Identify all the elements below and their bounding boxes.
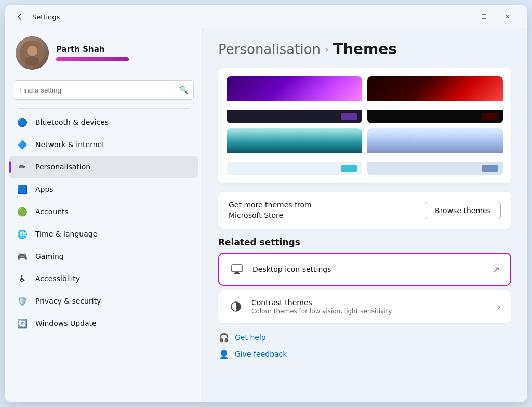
contrast-themes-text: Contrast themes Colour themes for low vi… [251, 298, 489, 315]
themes-grid [227, 76, 503, 175]
theme-dark-purple[interactable] [227, 76, 362, 123]
sidebar-item-label: Apps [35, 185, 54, 193]
sidebar-item-windows-update[interactable]: 🔄 Windows Update [9, 312, 198, 334]
sidebar-item-label: Privacy & security [35, 297, 101, 305]
get-help-link[interactable]: 🎧 Get help [218, 332, 511, 343]
theme-preview-bottom [367, 110, 503, 123]
sidebar-item-label: Bluetooth & devices [35, 118, 109, 126]
theme-taskbar-btn [341, 165, 357, 172]
nav-items: 🔵 Bluetooth & devices 🔷 Network & intern… [5, 106, 202, 334]
give-feedback-label: Give feedback [235, 350, 287, 358]
search-container: 🔍 [5, 80, 202, 106]
user-info: Parth Shah [56, 45, 129, 61]
search-box[interactable]: 🔍 [14, 80, 194, 100]
apps-icon: 🟦 [17, 183, 28, 195]
search-input[interactable] [19, 86, 175, 94]
ms-store-text: Get more themes from Microsoft Store [229, 200, 343, 220]
search-icon: 🔍 [179, 86, 188, 94]
sidebar-item-label: Personalisation [35, 163, 90, 171]
window-controls: — ☐ ✕ [448, 8, 520, 25]
contrast-themes-inner[interactable]: Contrast themes Colour themes for low vi… [218, 290, 511, 323]
desktop-icon-settings-text: Desktop icon settings [252, 265, 485, 273]
sidebar-item-label: Accessibility [35, 274, 80, 283]
back-button[interactable] [12, 9, 27, 24]
avatar-image [16, 36, 49, 70]
windows-update-icon: 🔄 [17, 318, 28, 329]
personalisation-icon: ✏️ [17, 161, 28, 173]
svg-point-1 [27, 46, 37, 56]
sidebar-item-accounts[interactable]: 🟢 Accounts [9, 201, 198, 222]
sidebar-item-label: Network & internet [35, 140, 105, 149]
content-area: Personalisation › Themes [203, 28, 527, 402]
accessibility-icon: ♿ [17, 273, 28, 284]
theme-preview-top [367, 128, 503, 153]
theme-preview-bottom [227, 110, 362, 123]
svg-rect-3 [232, 265, 242, 272]
theme-dark-red[interactable] [367, 76, 503, 123]
desktop-icon-settings-label: Desktop icon settings [252, 265, 485, 273]
themes-grid-container [218, 68, 511, 183]
bluetooth-icon: 🔵 [17, 116, 28, 128]
theme-preview-bottom [367, 162, 503, 175]
titlebar-left: Settings [12, 9, 448, 24]
sidebar: Parth Shah 🔍 🔵 Bluetooth & devices [5, 28, 203, 402]
maximize-button[interactable]: ☐ [472, 8, 496, 25]
window-title: Settings [32, 13, 60, 21]
sidebar-item-privacy[interactable]: 🛡️ Privacy & security [9, 290, 198, 312]
get-help-label: Get help [235, 333, 266, 342]
theme-preview-top [367, 76, 503, 101]
related-settings: Related settings Deskto [218, 237, 511, 323]
sidebar-item-accessibility[interactable]: ♿ Accessibility [9, 268, 198, 290]
breadcrumb-separator: › [325, 43, 329, 56]
sidebar-item-bluetooth[interactable]: 🔵 Bluetooth & devices [9, 111, 198, 133]
give-feedback-link[interactable]: 👤 Give feedback [218, 348, 511, 360]
sidebar-item-label: Windows Update [35, 319, 97, 327]
give-feedback-icon: 👤 [218, 348, 230, 360]
external-link-icon: ↗ [493, 265, 500, 274]
sidebar-item-label: Time & language [35, 230, 97, 238]
breadcrumb-parent[interactable]: Personalisation [218, 42, 321, 57]
avatar [16, 36, 49, 70]
user-progress-bar [56, 57, 129, 61]
breadcrumb: Personalisation › Themes [218, 41, 511, 58]
related-settings-title: Related settings [218, 237, 511, 247]
ms-store-section: Get more themes from Microsoft Store Bro… [218, 192, 511, 229]
desktop-icon-settings-item[interactable]: Desktop icon settings ↗ [218, 253, 511, 286]
titlebar: Settings — ☐ ✕ [5, 5, 527, 28]
theme-preview-top [227, 128, 362, 153]
desktop-icon [230, 262, 244, 277]
breadcrumb-current: Themes [333, 41, 397, 58]
theme-taskbar-btn [482, 113, 498, 120]
close-button[interactable]: ✕ [496, 8, 520, 25]
theme-taskbar-btn [482, 165, 498, 172]
contrast-themes-item[interactable]: Contrast themes Colour themes for low vi… [218, 290, 511, 323]
contrast-themes-label: Contrast themes [251, 298, 489, 307]
accounts-icon: 🟢 [17, 206, 28, 217]
sidebar-item-label: Accounts [35, 207, 69, 216]
sidebar-item-personalisation[interactable]: ✏️ Personalisation [9, 156, 198, 178]
sidebar-item-time[interactable]: 🌐 Time & language [9, 223, 198, 245]
user-profile[interactable]: Parth Shah [5, 28, 202, 80]
browse-themes-button[interactable]: Browse themes [425, 202, 501, 219]
sidebar-item-label: Gaming [35, 252, 64, 260]
nav-divider [18, 108, 190, 109]
minimize-button[interactable]: — [448, 8, 472, 25]
theme-teal[interactable] [227, 128, 362, 175]
content-inner: Personalisation › Themes [203, 28, 527, 372]
sidebar-item-gaming[interactable]: 🎮 Gaming [9, 245, 198, 267]
sidebar-item-apps[interactable]: 🟦 Apps [9, 178, 198, 200]
contrast-themes-sublabel: Colour themes for low vision, light sens… [251, 308, 489, 315]
privacy-icon: 🛡️ [17, 295, 28, 307]
theme-windows11[interactable] [367, 128, 503, 175]
chevron-right-icon: › [498, 302, 501, 312]
help-links: 🎧 Get help 👤 Give feedback [218, 332, 511, 360]
gaming-icon: 🎮 [17, 251, 28, 262]
theme-preview-bottom [227, 162, 362, 175]
desktop-icon-settings-inner[interactable]: Desktop icon settings ↗ [219, 254, 510, 285]
network-icon: 🔷 [17, 139, 28, 150]
user-name: Parth Shah [56, 45, 129, 54]
theme-preview-top [227, 76, 362, 101]
main-layout: Parth Shah 🔍 🔵 Bluetooth & devices [5, 28, 527, 402]
svg-rect-5 [234, 273, 240, 274]
sidebar-item-network[interactable]: 🔷 Network & internet [9, 134, 198, 155]
